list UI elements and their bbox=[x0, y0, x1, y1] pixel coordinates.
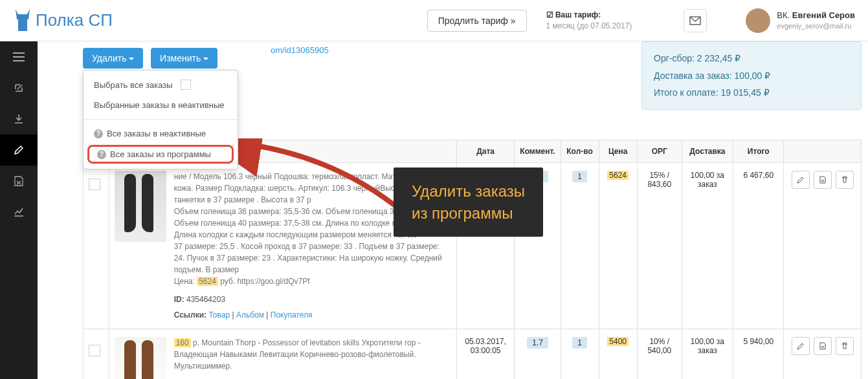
row-comment[interactable]: 1.7 bbox=[527, 337, 548, 349]
delivery-fee: Доставка за заказ: 100,00 ₽ bbox=[654, 67, 849, 85]
edit-row-button[interactable] bbox=[792, 337, 810, 355]
delete-button[interactable]: Удалить bbox=[83, 48, 143, 69]
row-org: 10% / 540,00 bbox=[637, 329, 682, 380]
help-icon: ? bbox=[97, 150, 106, 159]
edit-icon bbox=[14, 145, 24, 155]
row-checkbox[interactable] bbox=[89, 179, 100, 190]
sidebar-download[interactable] bbox=[0, 103, 38, 135]
file-x-icon bbox=[819, 342, 826, 350]
th-delivery: Доставка bbox=[682, 140, 733, 163]
avatar bbox=[746, 8, 770, 33]
extend-tariff-button[interactable]: Продлить тариф » bbox=[427, 10, 527, 32]
row-checkbox[interactable] bbox=[89, 345, 100, 356]
row-price: 5624 bbox=[607, 171, 629, 180]
app-header: Полка СП Продлить тариф » ☑ Ваш тариф: 1… bbox=[0, 0, 868, 41]
sidebar-external[interactable] bbox=[0, 72, 38, 103]
delete-dropdown: Выбрать все заказы Выбранные заказы в не… bbox=[83, 70, 238, 169]
envelope-icon bbox=[689, 16, 701, 25]
sidebar-edit[interactable] bbox=[0, 135, 38, 166]
dropdown-selected-inactive[interactable]: Выбранные заказы в неактивные bbox=[83, 95, 238, 115]
logo-text: Полка СП bbox=[36, 10, 113, 30]
buyer-link[interactable]: Покупателя bbox=[271, 310, 313, 319]
trash-icon bbox=[841, 342, 848, 350]
select-all-checkbox[interactable] bbox=[181, 80, 191, 90]
album-link[interactable]: Альбом bbox=[236, 310, 264, 319]
tariff-label: ☑ Ваш тариф: bbox=[546, 10, 632, 21]
row-total: 5 940,00 bbox=[733, 329, 784, 380]
product-image bbox=[115, 337, 166, 379]
sidebar bbox=[0, 41, 38, 379]
export-row-button[interactable] bbox=[814, 171, 832, 189]
export-row-button[interactable] bbox=[814, 337, 832, 355]
sidebar-chart[interactable] bbox=[0, 197, 38, 228]
messages-button[interactable] bbox=[684, 9, 707, 32]
th-comment: Коммент. bbox=[515, 140, 561, 163]
row-delivery: 100,00 за заказ bbox=[682, 329, 733, 380]
file-x-icon bbox=[819, 176, 826, 184]
th-qty: Кол-во bbox=[561, 140, 599, 163]
total-due: Итого к оплате: 19 015,45 ₽ bbox=[654, 84, 849, 102]
change-button[interactable]: Изменить bbox=[151, 48, 217, 69]
edit-row-button[interactable] bbox=[792, 171, 810, 189]
row-delivery: 100,00 за заказ bbox=[682, 163, 733, 329]
product-link[interactable]: Товар bbox=[208, 310, 230, 319]
trash-icon bbox=[841, 176, 848, 184]
delete-row-button[interactable] bbox=[836, 337, 854, 355]
delete-row-button[interactable] bbox=[836, 171, 854, 189]
row-org: 15% / 843,60 bbox=[637, 163, 682, 329]
sidebar-excel[interactable] bbox=[0, 166, 38, 197]
help-icon: ? bbox=[94, 129, 103, 138]
user-block[interactable]: ВК. Евгений Серов evgeniy_serov@mail.ru bbox=[746, 8, 855, 33]
row-qty[interactable]: 1 bbox=[572, 171, 587, 182]
hamburger-icon bbox=[13, 52, 25, 61]
cat-logo-icon bbox=[13, 8, 32, 34]
th-price: Цена bbox=[599, 140, 637, 163]
pencil-icon bbox=[797, 342, 805, 350]
row-total: 6 467,60 bbox=[733, 163, 784, 329]
logo[interactable]: Полка СП bbox=[13, 8, 113, 34]
product-image bbox=[115, 171, 166, 242]
pencil-icon bbox=[797, 176, 805, 184]
row-qty[interactable]: 1 bbox=[572, 337, 587, 349]
download-icon bbox=[14, 114, 24, 124]
user-name: ВК. Евгений Серов bbox=[777, 10, 855, 21]
summary-panel: Орг-сбор: 2 232,45 ₽ Доставка за заказ: … bbox=[641, 41, 862, 110]
tariff-info: ☑ Ваш тариф: 1 месяц (до 07.05.2017) bbox=[546, 10, 632, 32]
dropdown-select-all[interactable]: Выбрать все заказы bbox=[83, 74, 238, 95]
sidebar-menu-toggle[interactable] bbox=[0, 41, 38, 72]
dropdown-divider bbox=[83, 119, 238, 120]
user-email: evgeniy_serov@mail.ru bbox=[777, 21, 855, 30]
row-date: 05.03.2017, 03:00:05 bbox=[456, 329, 514, 380]
extra-link[interactable]: om/id13065905 bbox=[271, 45, 329, 55]
product-description: 160 р. Mountain Thorp - Possessor of lev… bbox=[174, 337, 451, 379]
file-x-icon bbox=[14, 176, 23, 186]
chart-line-icon bbox=[14, 207, 24, 217]
row-price: 5400 bbox=[607, 337, 629, 346]
table-row: 160 р. Mountain Thorp - Possessor of lev… bbox=[83, 329, 862, 380]
dropdown-all-inactive[interactable]: ? Все заказы в неактивные bbox=[83, 124, 238, 144]
main-content: om/id13065905 Удалить Изменить Выбрать в… bbox=[38, 41, 868, 379]
th-date: Дата bbox=[456, 140, 514, 163]
external-link-icon bbox=[14, 83, 24, 93]
org-fee: Орг-сбор: 2 232,45 ₽ bbox=[654, 50, 849, 67]
tariff-value: 1 месяц (до 07.05.2017) bbox=[546, 21, 632, 32]
th-total: Итого bbox=[733, 140, 784, 163]
th-org: ОРГ bbox=[637, 140, 682, 163]
annotation-tooltip: Удалить заказы из программы bbox=[394, 168, 543, 237]
dropdown-all-from-program[interactable]: ? Все заказы из программы bbox=[87, 145, 234, 164]
